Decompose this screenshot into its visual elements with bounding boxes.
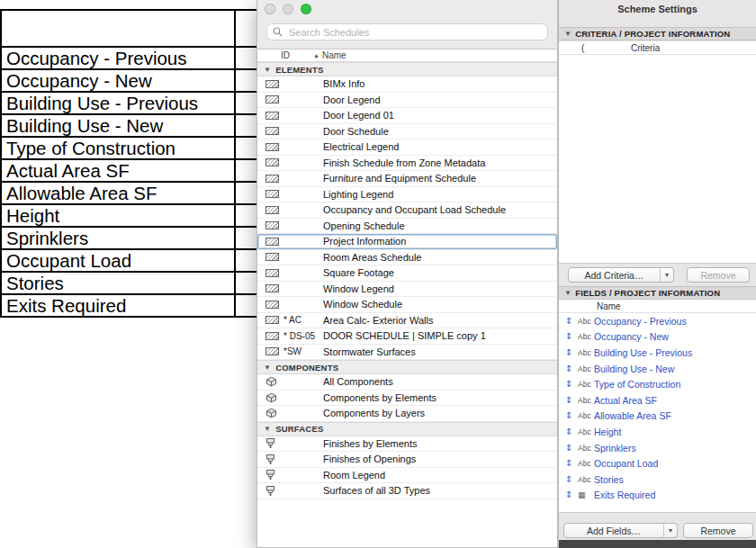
schedule-list-item[interactable]: Window Legend xyxy=(257,282,557,298)
table-cell-label[interactable]: Allowable Area SF xyxy=(2,183,236,203)
schedule-list-item[interactable]: Furniture and Equipment Schedule xyxy=(257,171,557,187)
schedule-list-item[interactable]: Opening Schedule xyxy=(257,219,557,235)
field-row[interactable]: ⇕AbcBuilding Use - New xyxy=(559,361,756,377)
schedule-list-item[interactable]: Window Schedule xyxy=(257,297,557,313)
reorder-handle-icon[interactable]: ⇕ xyxy=(565,348,578,357)
field-row[interactable]: ⇕AbcType of Construction xyxy=(559,376,756,392)
field-row[interactable]: ⇕AbcOccupancy - New xyxy=(559,329,756,346)
schedule-list-item[interactable]: Door Legend xyxy=(257,93,557,109)
reorder-handle-icon[interactable]: ⇕ xyxy=(565,364,578,373)
schedule-list-item[interactable]: * ACArea Calc- Exterior Walls xyxy=(257,313,557,329)
section-label: COMPONENTS xyxy=(275,363,338,373)
schedule-list-item[interactable]: BIMx Info xyxy=(257,76,557,93)
field-row[interactable]: ⇕AbcHeight xyxy=(559,424,756,440)
section-header-components[interactable]: ▼COMPONENTS xyxy=(257,360,557,374)
table-cell-label[interactable] xyxy=(2,11,236,46)
table-row[interactable]: Occupancy - New xyxy=(2,70,261,93)
reorder-handle-icon[interactable]: ⇕ xyxy=(565,396,578,405)
close-button[interactable] xyxy=(265,4,275,14)
schedule-table-icon xyxy=(266,95,279,103)
schedule-list-item[interactable]: Door Schedule xyxy=(257,124,557,140)
chevron-down-icon[interactable]: ▾ xyxy=(663,524,677,537)
field-row[interactable]: ⇕▦Exits Required xyxy=(559,488,756,504)
field-row[interactable]: ⇕AbcBuilding Use - Previous xyxy=(559,345,756,361)
reorder-handle-icon[interactable]: ⇕ xyxy=(565,444,578,453)
schedule-list-item[interactable]: Door Legend 01 xyxy=(257,108,557,124)
table-cell-label[interactable]: Type of Construction xyxy=(2,138,236,158)
reorder-handle-icon[interactable]: ⇕ xyxy=(565,411,578,420)
reorder-handle-icon[interactable]: ⇕ xyxy=(565,475,578,484)
table-cell-label[interactable]: Actual Area SF xyxy=(2,160,236,181)
section-header-elements[interactable]: ▼ELEMENTS xyxy=(257,62,557,76)
table-row[interactable]: Allowable Area SF xyxy=(2,183,261,205)
schedule-list-item[interactable]: Lighting Legend xyxy=(257,187,557,203)
add-criteria-button[interactable]: Add Criteria… ▾ xyxy=(568,267,674,283)
schedule-list-item[interactable]: Finishes of Openings xyxy=(257,452,557,468)
zoom-button[interactable] xyxy=(301,4,311,14)
table-row[interactable]: Occupancy - Previous xyxy=(2,48,261,70)
table-cell-label[interactable]: Stories xyxy=(2,273,236,293)
section-header-surfaces[interactable]: ▼SURFACES xyxy=(257,422,557,436)
table-row[interactable]: Type of Construction xyxy=(2,138,261,160)
search-field[interactable] xyxy=(266,23,548,40)
column-header-id[interactable]: ID xyxy=(281,50,290,60)
item-name: Components by Layers xyxy=(323,408,425,418)
table-row[interactable]: Building Use - New xyxy=(2,115,261,138)
add-fields-button[interactable]: Add Fields… ▾ xyxy=(563,523,678,538)
table-cell-label[interactable]: Building Use - New xyxy=(2,115,236,136)
remove-criteria-button[interactable]: Remove xyxy=(687,267,750,283)
schedule-list-item[interactable]: *SWStormwater Surfaces xyxy=(257,345,557,361)
reorder-handle-icon[interactable]: ⇕ xyxy=(565,332,578,341)
schedule-list-item[interactable]: Surfaces of all 3D Types xyxy=(257,483,557,499)
table-row[interactable]: Occupant Load xyxy=(2,250,261,273)
field-row[interactable]: ⇕AbcSprinklers xyxy=(559,440,756,456)
schedule-list-item[interactable]: Room Areas Schedule xyxy=(257,250,557,266)
table-cell-label[interactable]: Building Use - Previous xyxy=(2,93,236,113)
remove-fields-label: Remove xyxy=(684,526,752,536)
field-row[interactable]: ⇕AbcAllowable Area SF xyxy=(559,409,756,425)
table-row[interactable]: Exits Required xyxy=(2,295,261,318)
table-row[interactable]: Height xyxy=(2,205,261,228)
schedule-list-item[interactable]: Electrical Legend xyxy=(257,139,557,156)
field-row[interactable]: ⇕AbcOccupancy - Previous xyxy=(559,313,756,329)
schedule-list-item[interactable]: Finishes by Elements xyxy=(257,436,557,453)
search-input[interactable] xyxy=(287,26,542,39)
schedule-list-item[interactable]: Components by Elements xyxy=(257,391,557,407)
reorder-handle-icon[interactable]: ⇕ xyxy=(565,317,578,326)
remove-fields-button[interactable]: Remove xyxy=(683,523,753,538)
table-cell-label[interactable]: Height xyxy=(2,205,236,226)
reorder-handle-icon[interactable]: ⇕ xyxy=(565,459,578,468)
bottom-bar xyxy=(559,540,756,548)
field-row[interactable]: ⇕AbcActual Area SF xyxy=(559,392,756,409)
table-cell-label[interactable]: Occupancy - Previous xyxy=(2,48,236,68)
fields-section-header[interactable]: ▼ FIELDS / PROJECT INFORMATION xyxy=(559,286,756,300)
table-row[interactable]: Stories xyxy=(2,273,261,295)
field-row[interactable]: ⇕AbcOccupant Load xyxy=(559,455,756,472)
reorder-handle-icon[interactable]: ⇕ xyxy=(565,427,578,436)
table-row[interactable]: Sprinklers xyxy=(2,228,261,250)
schedule-list-item[interactable]: Square Footage xyxy=(257,265,557,282)
schedule-list-item[interactable]: Components by Layers xyxy=(257,406,557,422)
table-cell-label[interactable]: Occupancy - New xyxy=(2,70,236,91)
table-row[interactable]: Building Use - Previous xyxy=(2,93,261,115)
table-header-row[interactable] xyxy=(2,11,261,48)
criteria-section-header[interactable]: ▼ CRITERIA / PROJECT INFORMATION xyxy=(559,27,756,40)
table-cell-label[interactable]: Occupant Load xyxy=(2,250,236,271)
schedule-list-item[interactable]: Occupancy and Occupant Load Schedule xyxy=(257,202,557,219)
table-cell-label[interactable]: Sprinklers xyxy=(2,228,236,248)
chevron-down-icon[interactable]: ▾ xyxy=(660,268,673,282)
schedule-list-item[interactable]: * DS-05DOOR SCHEDULE | SIMPLE copy 1 xyxy=(257,328,557,345)
minimize-button[interactable] xyxy=(283,4,293,14)
reorder-handle-icon[interactable]: ⇕ xyxy=(565,490,578,499)
field-row[interactable]: ⇕AbcStories xyxy=(559,472,756,488)
schedule-list-item[interactable]: All Components xyxy=(257,374,557,391)
schedule-list-item[interactable]: Project Information xyxy=(257,234,557,250)
schedule-list-item[interactable]: Finish Schedule from Zone Metadata xyxy=(257,156,557,172)
disclosure-triangle-icon: ▼ xyxy=(264,364,271,372)
column-header-name[interactable]: Name xyxy=(322,50,346,60)
table-cell-label[interactable]: Exits Required xyxy=(2,295,236,316)
schedule-table-icon xyxy=(266,143,279,151)
schedule-list-item[interactable]: Room Legend xyxy=(257,468,557,484)
reorder-handle-icon[interactable]: ⇕ xyxy=(565,380,578,389)
table-row[interactable]: Actual Area SF xyxy=(2,160,261,183)
